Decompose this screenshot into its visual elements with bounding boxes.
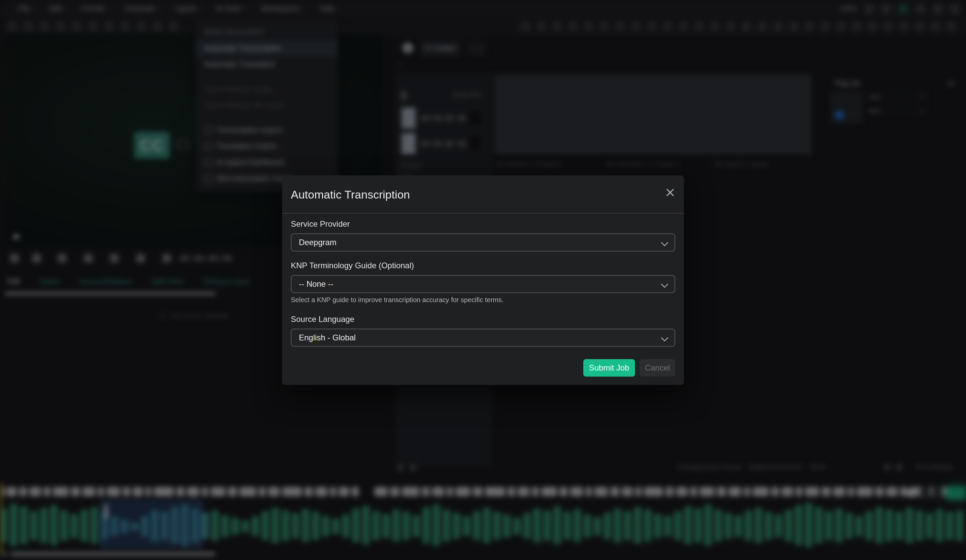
dialog-actions: Submit Job Cancel	[291, 359, 675, 376]
chevron-down-icon	[661, 334, 668, 342]
dialog-title: Automatic Transcription	[291, 188, 410, 201]
source-language-select[interactable]: English - Global	[291, 328, 675, 347]
service-provider-label: Service Provider	[291, 219, 675, 229]
source-language-label: Source Language	[291, 315, 675, 324]
automatic-transcription-dialog: Automatic Transcription Service Provider…	[282, 176, 684, 385]
chevron-down-icon	[661, 239, 668, 246]
knp-guide-label: KNP Terminology Guide (Optional)	[291, 261, 675, 270]
service-provider-select[interactable]: Deepgram	[291, 233, 675, 251]
chevron-down-icon	[661, 281, 668, 288]
knp-guide-helper: Select a KNP guide to improve transcript…	[291, 296, 675, 304]
close-icon[interactable]	[665, 187, 675, 197]
service-provider-value: Deepgram	[299, 238, 337, 247]
cancel-button[interactable]: Cancel	[640, 359, 675, 376]
dialog-header: Automatic Transcription	[282, 176, 684, 213]
knp-guide-value: -- None --	[299, 279, 334, 289]
dialog-body: Service Provider Deepgram KNP Terminolog…	[282, 219, 684, 347]
source-language-value: English - Global	[299, 333, 356, 342]
submit-job-button[interactable]: Submit Job	[583, 359, 635, 376]
knp-guide-select[interactable]: -- None --	[291, 275, 675, 293]
